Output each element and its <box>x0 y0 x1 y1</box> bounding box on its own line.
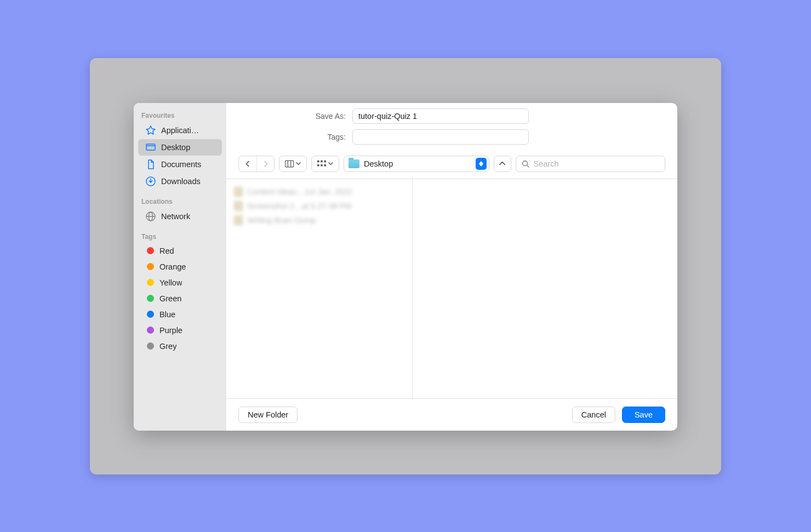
svg-rect-11 <box>324 160 326 162</box>
search-input[interactable] <box>534 159 660 168</box>
sidebar-tag-red[interactable]: Red <box>138 243 222 259</box>
tags-input[interactable] <box>352 129 529 145</box>
sidebar-item-label: Green <box>159 294 181 303</box>
search-icon <box>522 160 529 168</box>
network-icon <box>146 211 156 221</box>
svg-rect-12 <box>317 164 319 166</box>
sidebar-item-label: Desktop <box>161 143 190 152</box>
sidebar-tag-grey[interactable]: Grey <box>138 339 222 354</box>
sidebar-item-label: Red <box>159 247 174 255</box>
download-icon <box>146 176 156 186</box>
tag-dot-icon <box>147 247 154 254</box>
svg-rect-9 <box>317 160 319 162</box>
file-name: Screenshot 2…at 5.27.38 PM <box>247 202 351 210</box>
tag-dot-icon <box>147 327 154 334</box>
nav-back-forward <box>238 156 275 172</box>
file-column[interactable]: Content Ideas…1st Jan, 2022Screenshot 2…… <box>226 179 413 398</box>
sidebar-item-label: Network <box>161 212 190 221</box>
sidebar-item-label: Blue <box>159 310 175 319</box>
sidebar-section-locations: Locations <box>134 195 226 208</box>
grid-icon <box>317 159 326 168</box>
tag-dot-icon <box>147 263 154 270</box>
columns-icon <box>285 159 294 168</box>
sidebar-item-applicati[interactable]: Applicati… <box>138 122 222 139</box>
svg-rect-13 <box>321 164 323 166</box>
save-as-input[interactable] <box>352 108 529 124</box>
nav-forward-button[interactable] <box>256 156 274 171</box>
save-dialog: Favourites Applicati…DesktopDocumentsDow… <box>134 103 677 431</box>
tag-dot-icon <box>147 295 154 302</box>
svg-line-16 <box>527 165 529 167</box>
document-icon <box>146 159 156 169</box>
sidebar-section-tags: Tags <box>134 230 226 243</box>
sidebar-tag-blue[interactable]: Blue <box>138 307 222 322</box>
toolbar: Desktop <box>226 153 677 179</box>
tag-dot-icon <box>147 279 154 286</box>
tag-dot-icon <box>147 342 154 350</box>
tags-label: Tags: <box>238 133 352 141</box>
sidebar-item-label: Documents <box>161 160 201 169</box>
file-browser: Content Ideas…1st Jan, 2022Screenshot 2…… <box>226 179 677 398</box>
sidebar-section-favourites: Favourites <box>134 108 226 122</box>
apps-icon <box>146 125 156 135</box>
save-button[interactable]: Save <box>622 407 665 423</box>
sidebar-item-label: Downloads <box>161 177 201 186</box>
file-name: Writing Brain Dump <box>247 216 316 225</box>
file-column-empty <box>413 179 677 398</box>
file-icon <box>234 187 243 197</box>
sidebar-item-label: Applicati… <box>161 126 199 135</box>
svg-rect-10 <box>321 160 323 162</box>
search-field[interactable] <box>516 156 666 172</box>
file-icon <box>234 201 243 211</box>
sidebar-tag-orange[interactable]: Orange <box>138 259 222 274</box>
location-popup[interactable]: Desktop <box>344 156 489 172</box>
sidebar-item-network[interactable]: Network <box>138 208 222 225</box>
view-columns-button[interactable] <box>279 156 307 172</box>
chevron-right-icon <box>262 160 270 168</box>
chevron-left-icon <box>244 160 252 168</box>
sidebar: Favourites Applicati…DesktopDocumentsDow… <box>134 103 226 431</box>
file-row[interactable]: Writing Brain Dump <box>230 213 409 227</box>
sidebar-item-downloads[interactable]: Downloads <box>138 173 222 190</box>
group-by-button[interactable] <box>311 156 339 172</box>
svg-rect-14 <box>324 164 326 166</box>
chevron-up-icon <box>499 160 506 167</box>
dialog-main: Save As: Tags: <box>226 103 677 431</box>
file-name: Content Ideas…1st Jan, 2022 <box>247 187 352 196</box>
sidebar-item-desktop[interactable]: Desktop <box>138 139 222 156</box>
sidebar-item-label: Yellow <box>159 278 182 287</box>
chevron-down-icon <box>328 161 333 166</box>
chevron-down-icon <box>296 161 301 166</box>
save-as-label: Save As: <box>238 112 352 121</box>
sidebar-tag-green[interactable]: Green <box>138 291 222 306</box>
folder-icon <box>349 159 359 168</box>
save-form: Save As: Tags: <box>226 103 677 153</box>
cancel-button[interactable]: Cancel <box>572 407 615 423</box>
sidebar-tag-purple[interactable]: Purple <box>138 323 222 338</box>
svg-rect-0 <box>146 144 155 150</box>
tag-dot-icon <box>147 311 154 318</box>
svg-rect-6 <box>285 161 293 167</box>
sidebar-item-label: Orange <box>159 262 186 271</box>
new-folder-button[interactable]: New Folder <box>238 407 298 423</box>
location-stepper-icon <box>476 158 487 170</box>
sidebar-item-documents[interactable]: Documents <box>138 156 222 173</box>
window-backdrop: Favourites Applicati…DesktopDocumentsDow… <box>90 58 721 474</box>
file-row[interactable]: Screenshot 2…at 5.27.38 PM <box>230 199 409 213</box>
collapse-button[interactable] <box>494 156 511 172</box>
desktop-icon <box>146 142 156 152</box>
file-icon <box>234 215 243 225</box>
sidebar-item-label: Purple <box>159 326 182 335</box>
sidebar-tag-yellow[interactable]: Yellow <box>138 275 222 290</box>
file-row[interactable]: Content Ideas…1st Jan, 2022 <box>230 185 409 199</box>
location-name: Desktop <box>364 159 393 168</box>
sidebar-item-label: Grey <box>159 342 176 351</box>
nav-back-button[interactable] <box>239 156 256 171</box>
dialog-footer: New Folder Cancel Save <box>226 398 677 431</box>
